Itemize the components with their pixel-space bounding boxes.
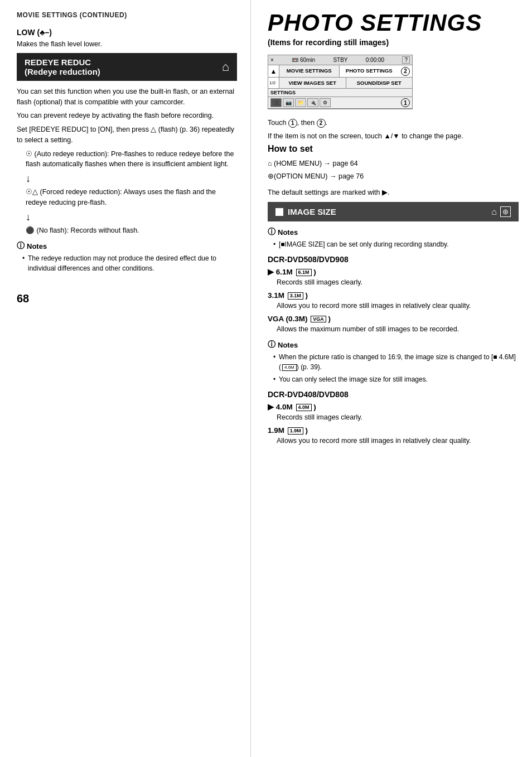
- size-3-1-paren-close: ): [306, 291, 308, 300]
- camera-ui-sound-disp[interactable]: SOUND/DISP SET: [346, 78, 413, 88]
- camera-ui-icon-3[interactable]: 📁: [295, 98, 306, 107]
- size-1-9-heading: 1.9M 1.9M ): [268, 426, 519, 435]
- camera-ui-tape: 📼 60min: [292, 57, 315, 63]
- subtitle: (Items for recording still images): [268, 38, 519, 47]
- notes2-title: ⓘ Notes: [268, 340, 519, 350]
- size-4-0-heading: ▶ 4.0M 4.0M ): [268, 402, 519, 411]
- circle-2-inline: 2: [317, 119, 326, 128]
- dcr-dvd508-heading: DCR-DVD508/DVD908: [268, 255, 519, 264]
- image-size-notes-icon: ⓘ: [268, 227, 275, 237]
- image-size-note1: [■IMAGE SIZE] can be set only during rec…: [273, 239, 519, 249]
- camera-ui-page-row: 1/2 VIEW IMAGES SET SOUND/DISP SET: [268, 78, 412, 89]
- forced-redeye-text: (Forced redeye reduction): Always uses t…: [26, 188, 216, 206]
- camera-ui-view-images[interactable]: VIEW IMAGES SET: [279, 78, 346, 88]
- no-flash-text: (No flash): Records without flash.: [36, 226, 139, 234]
- camera-ui-stby: STBY: [333, 57, 347, 63]
- size-4-0-badge: 4.0M: [296, 404, 312, 411]
- size-3-1-desc: Allows you to record more still images i…: [277, 301, 519, 311]
- redeye-title-line1: REDEYE REDUC: [25, 57, 100, 67]
- camera-ui-top-bar: × 📼 60min STBY 0:00:00 ?: [268, 55, 412, 65]
- touch-instruction2: If the item is not on the screen, touch …: [268, 131, 519, 142]
- size-4-6M-badge: 4.6M: [282, 364, 297, 371]
- notes-list: The redeye reduction may not produce the…: [17, 253, 237, 273]
- notes2-label: Notes: [278, 341, 298, 349]
- forced-redeye-desc: ☉△ (Forced redeye reduction): Always use…: [26, 187, 237, 208]
- circle-2: 2: [401, 67, 410, 76]
- image-size-notes: ⓘ Notes [■IMAGE SIZE] can be set only du…: [268, 227, 519, 249]
- default-note: The default settings are marked with ▶.: [268, 188, 519, 196]
- size-vga-label: VGA (0.3M): [268, 315, 308, 323]
- auto-redeye-icon: ☉: [26, 150, 32, 158]
- camera-ui-icon-4[interactable]: 🔌: [307, 98, 318, 107]
- no-flash-icon: ⚫: [26, 226, 35, 234]
- redeye-para1: You can set this function when you use t…: [17, 86, 237, 108]
- size-6-1-default-arrow: ▶: [268, 268, 274, 276]
- size-vga-heading: VGA (0.3M) VGA ): [268, 315, 519, 323]
- camera-ui-buttons-row1: MOVIE SETTINGS PHOTO SETTINGS: [279, 65, 399, 77]
- camera-ui-time: 0:00:00: [366, 57, 384, 63]
- image-size-home-icon: ⌂: [491, 207, 497, 217]
- forced-redeye-icon: ☉△: [26, 188, 38, 196]
- camera-ui-icon-1[interactable]: 🎥: [270, 98, 282, 107]
- left-column: MOVIE SETTINGS (continued) LOW (♣–) Make…: [0, 0, 251, 757]
- size-6-1-badge: 6.1M: [296, 269, 312, 276]
- redeye-box-text: REDEYE REDUC (Redeye reduction): [25, 57, 100, 76]
- camera-ui-circle1-ref: 1: [401, 98, 410, 107]
- note2-item2: You can only select the image size for s…: [273, 374, 519, 384]
- camera-ui-x: ×: [270, 57, 274, 63]
- no-flash-desc: ⚫ (No flash): Records without flash.: [26, 225, 237, 236]
- note2-item1: When the picture ratio is changed to 16:…: [273, 352, 519, 372]
- how-to-heading: How to set: [268, 144, 519, 154]
- size-6-1-paren-close: ): [313, 268, 316, 276]
- size-1-9-desc: Allows you to record more still images i…: [277, 436, 519, 446]
- size-4-0-paren-close: ): [313, 403, 316, 411]
- image-size-label: IMAGE SIZE: [288, 207, 336, 216]
- size-3-1-label: 3.1M: [268, 291, 284, 300]
- camera-ui-arrow-up: ▲: [268, 65, 279, 77]
- low-desc: Makes the flash level lower.: [17, 39, 237, 50]
- size-3-1-heading: 3.1M 3.1M ): [268, 291, 519, 300]
- size-1-9-paren-close: ): [306, 426, 308, 435]
- camera-ui-bottom-bar: 🎥 📷 📁 🔌 ⚙ 1: [268, 97, 412, 109]
- image-size-notes-title: ⓘ Notes: [268, 227, 519, 237]
- camera-ui-settings-label: SETTINGS: [268, 89, 412, 97]
- camera-ui-photo-settings[interactable]: PHOTO SETTINGS: [340, 65, 399, 77]
- size-3-1-badge: 3.1M: [288, 292, 303, 300]
- size-1-9-badge: 1.9M: [288, 427, 303, 435]
- right-column: PHOTO SETTINGS (Items for recording stil…: [251, 0, 532, 757]
- redeye-para3: Set [REDEYE REDUC] to [ON], then press △…: [17, 124, 237, 146]
- forced-redeye-block: ☉△ (Forced redeye reduction): Always use…: [26, 187, 237, 208]
- size-6-1-label: 6.1M: [276, 268, 293, 276]
- arrow-down-2: ↓: [26, 211, 237, 223]
- notes-section: ⓘ Notes The redeye reduction may not pro…: [17, 241, 237, 273]
- circle-1-inline: 1: [288, 119, 297, 128]
- camera-ui-icon-2[interactable]: 📷: [283, 98, 294, 107]
- camera-ui-icon-5[interactable]: ⚙: [320, 98, 331, 107]
- size-vga-desc: Allows the maximum number of still image…: [277, 324, 519, 335]
- redeye-home-icon: ⌂: [222, 60, 229, 74]
- camera-ui-question: ?: [402, 56, 410, 64]
- size-6-1-heading: ▶ 6.1M 6.1M ): [268, 267, 519, 276]
- camera-ui: × 📼 60min STBY 0:00:00 ? ▲ MOVIE SETTING…: [268, 55, 413, 109]
- page-number: 68: [17, 276, 237, 305]
- notes-label: Notes: [27, 242, 47, 250]
- touch-instruction: Touch 1, then 2.: [268, 117, 519, 128]
- arrow-down-1: ↓: [26, 173, 237, 185]
- option-menu-ref: ⊛(OPTION MENU) → page 76: [268, 170, 519, 183]
- size-vga-badge: VGA: [311, 316, 326, 323]
- camera-ui-circle2: 2: [399, 65, 412, 77]
- auto-redeye-block: ☉ (Auto redeye reduction): Pre-flashes t…: [26, 149, 237, 170]
- redeye-title-line2: (Redeye reduction): [25, 67, 100, 76]
- image-size-notes-list: [■IMAGE SIZE] can be set only during rec…: [268, 239, 519, 249]
- size-6-1-desc: Records still images clearly.: [277, 277, 519, 288]
- camera-ui-row1: ▲ MOVIE SETTINGS PHOTO SETTINGS 2: [268, 65, 412, 78]
- camera-ui-movie-settings[interactable]: MOVIE SETTINGS: [279, 65, 340, 77]
- section-title: MOVIE SETTINGS (continued): [17, 11, 237, 19]
- how-to-set-section: How to set ⌂ (HOME MENU) → page 64 ⊛(OPT…: [268, 144, 519, 182]
- notes2-section: ⓘ Notes When the picture ratio is change…: [268, 340, 519, 384]
- notes2-list: When the picture ratio is changed to 16:…: [268, 352, 519, 384]
- auto-redeye-desc: (Auto redeye reduction): Pre-flashes to …: [26, 150, 234, 168]
- size-vga-paren-close: ): [328, 315, 331, 323]
- low-heading: LOW (♣–): [17, 28, 237, 37]
- image-size-square-icon: [275, 208, 283, 216]
